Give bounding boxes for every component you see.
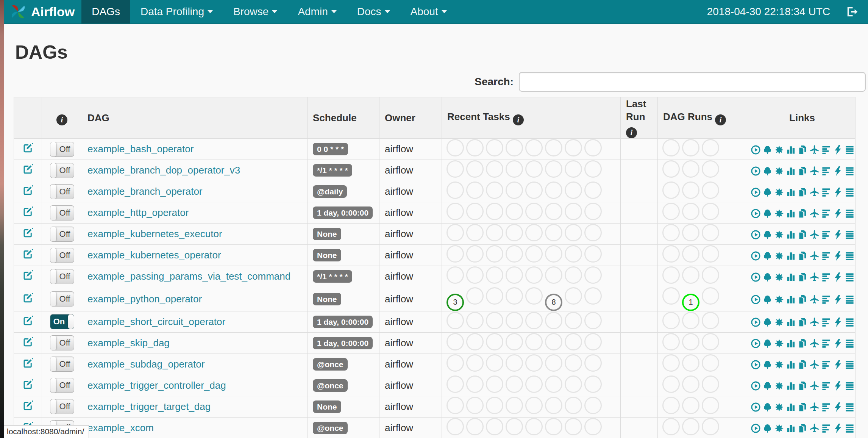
tree-view-icon[interactable] xyxy=(762,251,773,261)
header-pause-info[interactable] xyxy=(42,97,82,139)
edit-dag-icon[interactable] xyxy=(22,336,34,347)
dag-toggle[interactable]: Off xyxy=(50,163,74,178)
dag-link[interactable]: example_trigger_target_dag xyxy=(87,401,211,412)
gantt-view-icon[interactable] xyxy=(821,145,831,155)
tree-view-icon[interactable] xyxy=(762,381,773,391)
gantt-view-icon[interactable] xyxy=(821,402,831,412)
log-view-icon[interactable] xyxy=(845,208,855,219)
landing-times-icon[interactable] xyxy=(809,166,820,176)
nav-item-admin[interactable]: Admin xyxy=(287,0,347,23)
task-tries-icon[interactable] xyxy=(798,317,808,327)
graph-view-icon[interactable] xyxy=(774,338,784,349)
graph-view-icon[interactable] xyxy=(774,402,784,412)
task-duration-icon[interactable] xyxy=(786,166,796,176)
task-count-circle[interactable]: 8 xyxy=(545,294,562,311)
edit-dag-icon[interactable] xyxy=(22,142,34,153)
trigger-dag-icon[interactable] xyxy=(751,230,761,240)
task-tries-icon[interactable] xyxy=(798,166,808,176)
tree-view-icon[interactable] xyxy=(762,402,773,412)
dag-link[interactable]: example_subdag_operator xyxy=(87,358,205,370)
task-duration-icon[interactable] xyxy=(786,402,796,412)
info-icon[interactable] xyxy=(513,114,524,125)
task-tries-icon[interactable] xyxy=(798,272,808,282)
dag-link[interactable]: example_kubernetes_executor xyxy=(87,228,222,239)
dag-link[interactable]: example_kubernetes_operator xyxy=(87,249,221,261)
tree-view-icon[interactable] xyxy=(762,230,773,240)
task-tries-icon[interactable] xyxy=(798,208,808,219)
nav-item-docs[interactable]: Docs xyxy=(347,0,400,23)
search-input[interactable] xyxy=(519,72,866,92)
code-view-icon[interactable] xyxy=(833,360,843,370)
logout-icon[interactable] xyxy=(845,5,858,18)
landing-times-icon[interactable] xyxy=(809,423,820,433)
task-tries-icon[interactable] xyxy=(798,381,808,391)
code-view-icon[interactable] xyxy=(833,166,843,176)
graph-view-icon[interactable] xyxy=(774,317,784,327)
graph-view-icon[interactable] xyxy=(774,294,784,305)
log-view-icon[interactable] xyxy=(845,145,855,155)
task-duration-icon[interactable] xyxy=(786,360,796,370)
landing-times-icon[interactable] xyxy=(809,230,820,240)
log-view-icon[interactable] xyxy=(845,187,855,197)
edit-dag-icon[interactable] xyxy=(22,292,34,303)
graph-view-icon[interactable] xyxy=(774,251,784,261)
task-duration-icon[interactable] xyxy=(786,338,796,349)
task-tries-icon[interactable] xyxy=(798,230,808,240)
code-view-icon[interactable] xyxy=(833,402,843,412)
task-duration-icon[interactable] xyxy=(786,251,796,261)
trigger-dag-icon[interactable] xyxy=(751,423,761,433)
graph-view-icon[interactable] xyxy=(774,360,784,370)
tree-view-icon[interactable] xyxy=(762,423,773,433)
landing-times-icon[interactable] xyxy=(809,317,820,327)
landing-times-icon[interactable] xyxy=(809,272,820,282)
trigger-dag-icon[interactable] xyxy=(751,338,761,349)
dag-link[interactable]: example_bash_operator xyxy=(87,143,194,155)
tree-view-icon[interactable] xyxy=(762,166,773,176)
tree-view-icon[interactable] xyxy=(762,145,773,155)
dag-toggle[interactable]: Off xyxy=(50,357,74,372)
graph-view-icon[interactable] xyxy=(774,423,784,433)
log-view-icon[interactable] xyxy=(845,402,855,412)
gantt-view-icon[interactable] xyxy=(821,360,831,370)
task-tries-icon[interactable] xyxy=(798,360,808,370)
task-tries-icon[interactable] xyxy=(798,294,808,305)
code-view-icon[interactable] xyxy=(833,272,843,282)
landing-times-icon[interactable] xyxy=(809,402,820,412)
graph-view-icon[interactable] xyxy=(774,145,784,155)
task-duration-icon[interactable] xyxy=(786,317,796,327)
trigger-dag-icon[interactable] xyxy=(751,360,761,370)
dag-link[interactable]: example_passing_params_via_test_command xyxy=(87,271,290,282)
tree-view-icon[interactable] xyxy=(762,338,773,349)
code-view-icon[interactable] xyxy=(833,187,843,197)
gantt-view-icon[interactable] xyxy=(821,166,831,176)
dag-toggle[interactable]: Off xyxy=(50,269,74,284)
gantt-view-icon[interactable] xyxy=(821,251,831,261)
gantt-view-icon[interactable] xyxy=(821,294,831,305)
tree-view-icon[interactable] xyxy=(762,294,773,305)
dag-link[interactable]: example_skip_dag xyxy=(87,337,170,349)
landing-times-icon[interactable] xyxy=(809,294,820,305)
dag-link[interactable]: example_branch_operator xyxy=(87,186,203,197)
trigger-dag-icon[interactable] xyxy=(751,317,761,327)
dag-toggle[interactable]: Off xyxy=(50,335,74,350)
task-duration-icon[interactable] xyxy=(786,423,796,433)
graph-view-icon[interactable] xyxy=(774,272,784,282)
graph-view-icon[interactable] xyxy=(774,187,784,197)
code-view-icon[interactable] xyxy=(833,423,843,433)
task-tries-icon[interactable] xyxy=(798,338,808,349)
log-view-icon[interactable] xyxy=(845,338,855,349)
dag-toggle[interactable]: Off xyxy=(50,184,74,199)
code-view-icon[interactable] xyxy=(833,381,843,391)
task-tries-icon[interactable] xyxy=(798,187,808,197)
gantt-view-icon[interactable] xyxy=(821,317,831,327)
code-view-icon[interactable] xyxy=(833,230,843,240)
dag-toggle[interactable]: Off xyxy=(50,291,74,307)
log-view-icon[interactable] xyxy=(845,294,855,305)
trigger-dag-icon[interactable] xyxy=(751,272,761,282)
dag-link[interactable]: example_xcom xyxy=(87,422,154,433)
code-view-icon[interactable] xyxy=(833,145,843,155)
task-count-circle[interactable]: 3 xyxy=(446,294,464,311)
gantt-view-icon[interactable] xyxy=(821,272,831,282)
dag-toggle[interactable]: Off xyxy=(50,399,74,414)
task-tries-icon[interactable] xyxy=(798,251,808,261)
